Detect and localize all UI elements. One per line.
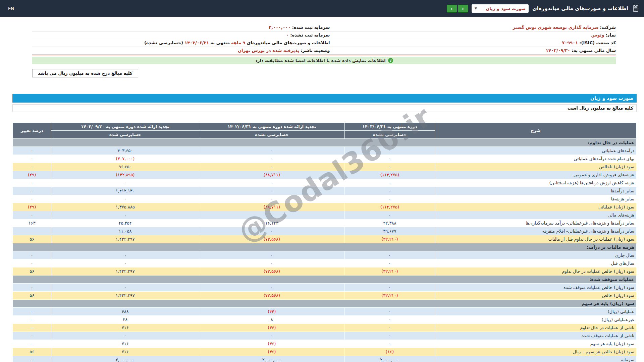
top-navbar: اطلاعات و صورت‌های مالی میاندوره‌ای صورت… (0, 0, 644, 17)
row-label: سود (زیان) خالص عملیات در حال تداوم (435, 267, 637, 276)
value-cell: (۳۰۷,۰۰۰) (51, 155, 199, 163)
registered-capital-label: سرمایه ثبت شده: (292, 25, 330, 30)
value-cell: ۲,۰۰۰,۰۰۰ (51, 356, 199, 362)
nav-arrow-left-button[interactable]: ‹ (447, 5, 457, 12)
value-cell: ۱۶,۱۴۳ (199, 219, 344, 227)
nav-arrow-right-button[interactable]: › (458, 5, 468, 12)
value-cell: (۳۶) (199, 324, 344, 332)
table-row: درآمدهای عملیاتی۰۰۴۰۳,۶۵۰۰ (13, 147, 637, 155)
row-label: سود (زیان) ناخالص (435, 163, 637, 171)
section-row: عملیات متوقف شده: (13, 276, 637, 284)
row-label: سود (زیان) خالص (435, 292, 637, 300)
value-cell: (۳۲,۲۱۰) (344, 235, 435, 243)
value-cell: ۰ (51, 284, 199, 292)
row-label: غیرعملیاتی (ریال) (435, 316, 637, 324)
table-row: ناشی از عملیات متوقف شده۰۰۰۰ (13, 332, 637, 340)
table-row: سود (زیان) ناخالص۰۰۹۶,۶۵۰۰ (13, 163, 637, 171)
isic-value: ۷۰۹۹۰۱ (562, 40, 578, 45)
table-row: غیرعملیاتی (ریال)۰۸۲۸-- (13, 316, 637, 324)
row-label: سود (زیان) خالص هر سهم – ریال (435, 348, 637, 356)
value-cell: ۰ (13, 179, 51, 187)
income-statement-table: شرح دوره منتهی به ۱۴۰۳/۰۶/۳۱ تجدید ارائه… (12, 122, 637, 362)
value-cell: ۰ (51, 332, 199, 340)
value-cell: ۰ (51, 195, 199, 203)
value-cell: ۰ (199, 147, 344, 155)
value-cell: ۴۲,۳۸۸ (344, 219, 435, 227)
value-cell: (۱۱۴,۲۷۵) (344, 203, 435, 211)
row-label: عملیاتی (ریال) (435, 308, 637, 316)
company-row: شرکت: سرمایه گذاری توسعه شهری توس گستر (330, 24, 616, 32)
table-row: هزینه‌های مالی۰۰۰۰ (13, 211, 637, 219)
navbar-right-group: اطلاعات و صورت‌های مالی میاندوره‌ای صورت… (447, 4, 639, 13)
table-row: هزینه‌های فروش، اداری و عمومی(۱۱۴,۲۷۵)(۸… (13, 171, 637, 179)
value-cell: ۱,۴۱۲,۱۳۰ (51, 187, 199, 195)
statement-area: صورت سود و زیان کلیه مبالغ به میلیون ریا… (12, 94, 637, 362)
col-header-period-restated-yearend: تجدید ارائه شده دوره منتهی به ۱۴۰۲/۰۹/۳۰ (51, 123, 199, 131)
row-label: ناشی از عملیات متوقف شده (435, 332, 637, 340)
value-cell: ۰ (13, 155, 51, 163)
company-info-right-column: شرکت: سرمایه گذاری توسعه شهری توس گستر ن… (330, 24, 616, 55)
value-cell: (۱۶) (344, 348, 435, 356)
value-cell: ۱۶۳ (13, 219, 51, 227)
value-cell: (۴۴) (199, 308, 344, 316)
value-cell: ۱,۴۳۲,۲۹۷ (51, 267, 199, 276)
col-header-period-restated-prior: تجدید ارائه شده دوره منتهی به ۱۴۰۲/۰۶/۳۱ (199, 123, 344, 131)
report-type-select[interactable]: صورت سود و زیان ▼ (472, 4, 529, 13)
value-cell: ۰ (344, 332, 435, 340)
table-row: سود (زیان) پایه هر سهم۰(۳۶)۷۱۶-- (13, 340, 637, 348)
value-cell: (۷۲,۵۶۸) (199, 292, 344, 300)
value-cell: ۰ (13, 259, 51, 267)
value-cell: ۰ (199, 259, 344, 267)
language-toggle[interactable]: EN (8, 6, 14, 11)
symbol-row: نماد: وتوس (330, 32, 616, 39)
value-cell: ۲۸ (51, 316, 199, 324)
table-row: سایر درآمدها۰۰۱,۴۱۲,۱۳۰۰ (13, 187, 637, 195)
value-cell: ۲,۰۰۰,۰۰۰ (199, 356, 344, 362)
value-cell: ۵۶ (13, 235, 51, 243)
section-label: عملیات متوقف شده: (13, 276, 637, 284)
table-row: سایر هزینه‌ها۰۰۰۰ (13, 195, 637, 203)
value-cell: ۰ (13, 284, 51, 292)
section-label: سود (زیان) پایه هر سهم (13, 300, 637, 308)
isic-row: کد صنعت (ISIC): ۷۰۹۹۰۱ (330, 39, 616, 47)
value-cell: ۹۶,۶۵۰ (51, 163, 199, 171)
value-cell: ۰ (199, 155, 344, 163)
value-cell: -- (13, 340, 51, 348)
value-cell: ۷۱۶ (51, 340, 199, 348)
value-cell: -- (13, 316, 51, 324)
value-cell: ۰ (51, 179, 199, 187)
value-cell: ۰ (199, 179, 344, 187)
value-cell: ۰ (199, 211, 344, 219)
table-row: سایر درآمدها و هزینه‌های غیرعملیاتی- اقل… (13, 227, 637, 235)
value-cell: ۰ (344, 308, 435, 316)
company-label: شرکت: (600, 25, 616, 30)
value-cell: ۰ (51, 251, 199, 259)
value-cell (13, 227, 51, 235)
row-label: هزینه کاهش ارزش دریافتنی‌ها (هزینه استثن… (435, 179, 637, 187)
company-info-left-column: سرمایه ثبت شده: ۲,۰۰۰,۰۰۰ سرمایه ثبت نشد… (32, 24, 330, 55)
row-label: سود (زیان) پایه هر سهم (435, 340, 637, 348)
table-row: هزینه کاهش ارزش دریافتنی‌ها (هزینه استثن… (13, 179, 637, 187)
interim-period-row: اطلاعات و صورت‌های مالی میاندوره‌ای ۹ ما… (32, 39, 330, 47)
row-label: سال‌های قبل (435, 259, 637, 267)
value-cell: ۰ (51, 259, 199, 267)
value-cell: ۰ (199, 284, 344, 292)
col-header-percent-change: درصد تغییر (13, 123, 51, 139)
value-cell: ۵۶ (13, 292, 51, 300)
value-cell: ۰ (344, 155, 435, 163)
row-label: سایر درآمدها (435, 187, 637, 195)
unregistered-capital-value: ۰ (286, 33, 289, 38)
value-cell: ۵۶ (13, 348, 51, 356)
top-info-area: شرکت: سرمایه گذاری توسعه شهری توس گستر ن… (32, 24, 616, 85)
page-title: اطلاعات و صورت‌های مالی میاندوره‌ای (532, 5, 628, 11)
col-subheader-unaudited-a: حسابرسی نشده (344, 131, 435, 139)
value-cell: ۰ (199, 332, 344, 340)
value-cell: ۰ (199, 187, 344, 195)
row-label: درآمدهای عملیاتی (435, 147, 637, 155)
value-cell: (۳۶) (199, 340, 344, 348)
value-cell: ۰ (13, 187, 51, 195)
section-row: عملیات در حال تداوم: (13, 139, 637, 147)
value-cell: -- (13, 324, 51, 332)
statement-title-bar: صورت سود و زیان (12, 94, 637, 103)
value-cell: ۰ (344, 147, 435, 155)
